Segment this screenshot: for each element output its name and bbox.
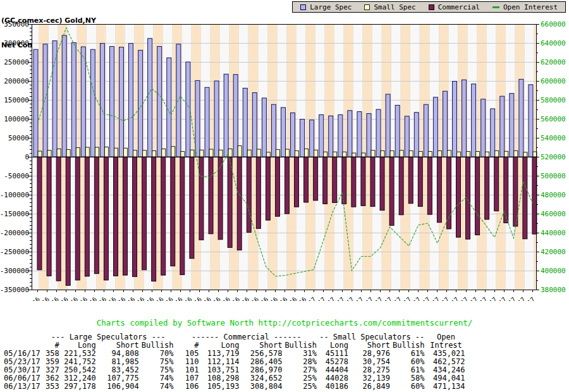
- table-cell: 45278: [318, 358, 350, 366]
- svg-text:440000: 440000: [541, 229, 566, 237]
- group-header-large-spec: --- Large Speculators ---: [42, 333, 175, 341]
- svg-text:460000: 460000: [541, 210, 566, 218]
- table-cell: 362: [42, 374, 61, 383]
- table-cell: 107,775: [97, 374, 140, 383]
- legend-item-large-spec: Large Spec: [300, 4, 352, 11]
- table-cell: 358: [42, 350, 61, 358]
- cot-chart-page: (GC,comex-cec) Gold,NY Net Commitments o…: [0, 0, 569, 392]
- table-cell: 31%: [283, 350, 318, 358]
- table-cell: 75%: [140, 366, 175, 374]
- table-cell: 60%: [391, 358, 426, 366]
- table-cell: 94,808: [97, 350, 140, 358]
- table-cell: 471,134: [426, 383, 467, 391]
- row-date: 06/06/17: [3, 374, 42, 383]
- column-header: Short: [97, 341, 140, 350]
- table-cell: 112,114: [200, 358, 240, 366]
- group-header-commercial: ------ Commercial ------: [174, 333, 318, 341]
- cot-chart-svg: -350000-300000-250000-200000-150000-1000…: [0, 19, 569, 301]
- legend-item-open-interest: Open Interest: [493, 4, 558, 11]
- svg-text:-250000: -250000: [0, 248, 29, 256]
- table-cell: 327: [42, 366, 61, 374]
- table-cell: 74%: [140, 374, 175, 383]
- table-cell: 107: [174, 374, 200, 383]
- group-header-open: Open: [426, 333, 467, 341]
- legend-label: Large Spec: [310, 4, 352, 11]
- table-cell: 25%: [283, 374, 318, 383]
- svg-text:620000: 620000: [541, 58, 566, 66]
- legend-label: Commercial: [438, 4, 480, 11]
- column-header: Bullish: [391, 341, 426, 350]
- table-cell: 108,298: [200, 374, 240, 383]
- table-cell: 81,985: [97, 358, 140, 366]
- column-header: Long: [61, 341, 97, 350]
- svg-text:250000: 250000: [4, 58, 29, 66]
- table-cell: 75%: [140, 358, 175, 366]
- line-swatch-icon: [493, 6, 499, 8]
- x-axis-dates: 06/14/1606/21/1606/28/1607/05/1607/12/16…: [16, 290, 536, 301]
- table-cell: 30,754: [350, 358, 391, 366]
- table-cell: 106,904: [97, 383, 140, 391]
- table-cell: 27%: [283, 366, 318, 374]
- table-cell: 297,178: [61, 383, 97, 391]
- table-cell: 106: [174, 383, 200, 391]
- svg-text:200000: 200000: [4, 77, 29, 85]
- svg-text:660000: 660000: [541, 20, 566, 28]
- legend-item-small-spec: Small Spec: [364, 4, 415, 11]
- svg-text:350000: 350000: [4, 20, 29, 28]
- table-cell: 241,752: [61, 358, 97, 366]
- legend-item-commercial: Commercial: [429, 4, 480, 11]
- row-date: 05/16/17: [3, 350, 42, 358]
- table-cell: 40186: [318, 383, 350, 391]
- table-cell: 58%: [391, 374, 426, 383]
- column-header: #: [42, 341, 61, 350]
- svg-text:-350000: -350000: [0, 286, 29, 294]
- table-cell: 113,719: [200, 350, 240, 358]
- table-cell: 103,751: [200, 366, 240, 374]
- legend-label: Small Spec: [374, 4, 415, 11]
- table-cell: 494,041: [426, 374, 467, 383]
- row-date: 05/23/17: [3, 358, 42, 366]
- column-header: Long: [318, 341, 350, 350]
- column-header: Long: [200, 341, 240, 350]
- svg-text:380000: 380000: [541, 286, 566, 294]
- svg-text:520000: 520000: [541, 153, 566, 161]
- box-swatch-icon: [364, 4, 370, 10]
- svg-text:500000: 500000: [541, 172, 566, 180]
- table-cell: 60%: [391, 383, 426, 391]
- svg-text:420000: 420000: [541, 248, 566, 256]
- table-cell: 435,021: [426, 350, 467, 358]
- svg-text:50000: 50000: [8, 134, 29, 142]
- column-header: #: [174, 341, 200, 350]
- svg-text:0: 0: [25, 153, 29, 161]
- table-cell: 70%: [140, 350, 175, 358]
- table-cell: 353: [42, 383, 61, 391]
- box-swatch-icon: [429, 4, 434, 10]
- table-cell: 462,572: [426, 358, 467, 366]
- column-header: Bullish: [283, 341, 318, 350]
- column-header: [3, 341, 42, 350]
- table-cell: 105,193: [200, 383, 240, 391]
- box-swatch-icon: [300, 4, 306, 10]
- table-cell: 45111: [318, 350, 350, 358]
- table-cell: 28%: [283, 358, 318, 366]
- table-cell: 28,275: [350, 366, 391, 374]
- table-cell: 74%: [140, 383, 175, 391]
- svg-text:06/14/16: 06/14/16: [16, 295, 41, 301]
- left-axis: -350000-300000-250000-200000-150000-1000…: [0, 20, 32, 294]
- column-header: Short: [240, 341, 283, 350]
- table-cell: 44028: [318, 374, 350, 383]
- row-date: 06/13/17: [3, 383, 42, 391]
- svg-text:-150000: -150000: [0, 210, 29, 218]
- footer-credit: Charts compiled by Software North http:/…: [0, 318, 569, 328]
- table-cell: 308,804: [240, 383, 283, 391]
- chart-area: -350000-300000-250000-200000-150000-1000…: [0, 19, 569, 301]
- table-cell: 250,542: [61, 366, 97, 374]
- table-cell: 32,139: [350, 374, 391, 383]
- svg-text:-300000: -300000: [0, 267, 29, 275]
- right-axis: 3800004000004200004400004600004800005000…: [536, 20, 566, 294]
- table-cell: 286,405: [240, 358, 283, 366]
- table-cell: 61%: [391, 350, 426, 358]
- table-cell: 101: [174, 366, 200, 374]
- table-cell: 256,578: [240, 350, 283, 358]
- table-cell: 324,652: [240, 374, 283, 383]
